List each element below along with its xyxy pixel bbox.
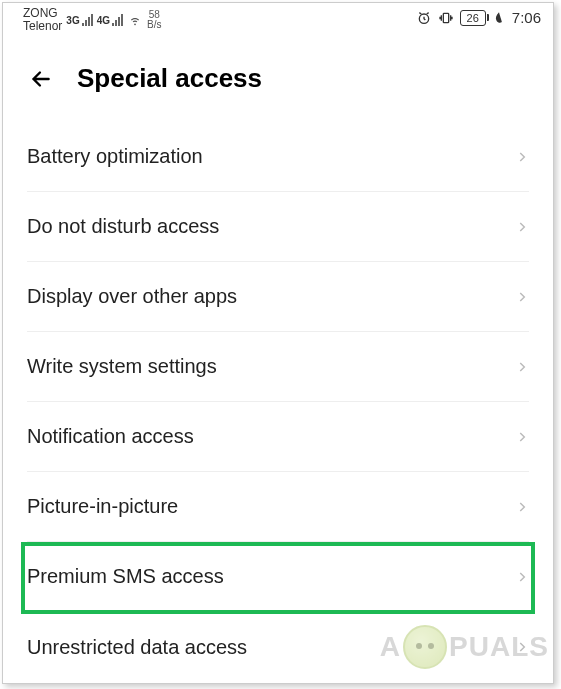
page-title: Special access [77, 63, 262, 94]
chevron-right-icon [515, 146, 529, 168]
alarm-icon [416, 10, 432, 26]
list-item-label: Do not disturb access [27, 215, 219, 238]
item-do-not-disturb-access[interactable]: Do not disturb access [27, 192, 529, 262]
clock: 7:06 [512, 9, 541, 26]
mascot-head-icon [403, 625, 447, 669]
battery-icon: 26 [460, 10, 486, 26]
item-write-system-settings[interactable]: Write system settings [27, 332, 529, 402]
list-item-label: Write system settings [27, 355, 217, 378]
status-right: 26 7:06 [416, 7, 541, 26]
chevron-right-icon [515, 356, 529, 378]
chevron-right-icon [515, 566, 529, 588]
wifi-icon [127, 13, 143, 27]
list-item-label: Picture-in-picture [27, 495, 178, 518]
carrier-2: Telenor [23, 20, 62, 33]
carrier-names: ZONG Telenor [23, 7, 62, 33]
svg-rect-1 [443, 13, 448, 22]
item-notification-access[interactable]: Notification access [27, 402, 529, 472]
vibrate-icon [438, 10, 454, 26]
signal-bars-icon [82, 14, 93, 26]
item-picture-in-picture[interactable]: Picture-in-picture [27, 472, 529, 542]
list-item-label: Premium SMS access [27, 565, 224, 588]
signal-bars-icon [112, 14, 123, 26]
signal-4g: 4G [97, 14, 123, 26]
watermark-prefix: A [380, 631, 401, 663]
leaf-icon [492, 11, 506, 25]
item-premium-sms-access[interactable]: Premium SMS access [27, 542, 529, 612]
watermark-logo: A PUALS [380, 625, 549, 669]
phone-screen: ZONG Telenor 3G 4G [2, 2, 554, 684]
signal-3g: 3G [66, 14, 92, 26]
chevron-right-icon [515, 216, 529, 238]
watermark-suffix: PUALS [449, 631, 549, 663]
status-left: ZONG Telenor 3G 4G [23, 7, 162, 33]
list-item-label: Battery optimization [27, 145, 203, 168]
chevron-right-icon [515, 426, 529, 448]
list-item-label: Notification access [27, 425, 194, 448]
item-battery-optimization[interactable]: Battery optimization [27, 122, 529, 192]
back-button[interactable] [27, 65, 55, 93]
list-item-label: Display over other apps [27, 285, 237, 308]
item-display-over-other-apps[interactable]: Display over other apps [27, 262, 529, 332]
list-item-label: Unrestricted data access [27, 636, 247, 659]
status-bar: ZONG Telenor 3G 4G [3, 3, 553, 41]
arrow-left-icon [28, 66, 54, 92]
header: Special access [3, 41, 553, 122]
chevron-right-icon [515, 496, 529, 518]
chevron-right-icon [515, 286, 529, 308]
settings-list: Battery optimization Do not disturb acce… [3, 122, 553, 682]
network-speed: 58 B/s [147, 10, 161, 30]
